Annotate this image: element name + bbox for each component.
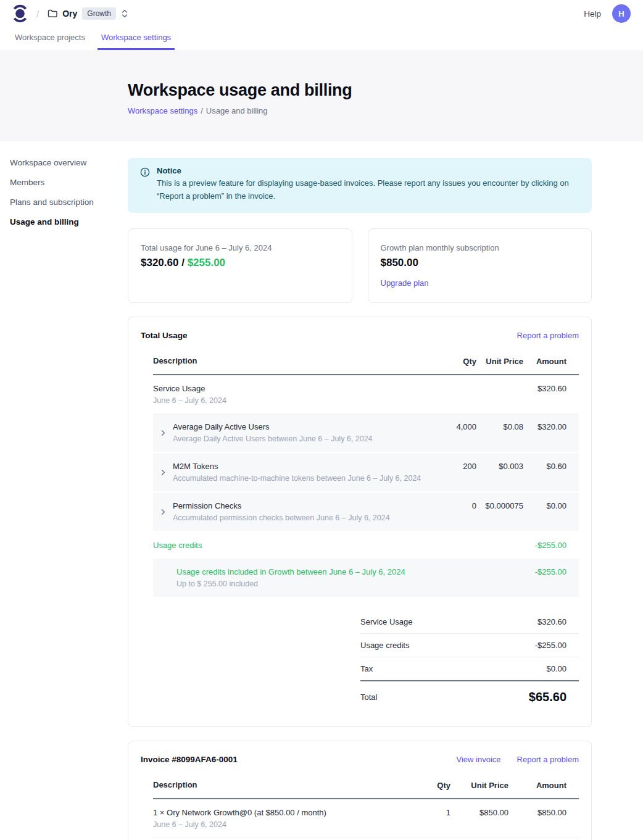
table-row: Usage credits-$255.00 [153, 532, 579, 559]
summary-label: Service Usage [360, 617, 413, 626]
row-subtitle: June 6 – July 6, 2024 [153, 820, 326, 830]
row-title: Service Usage [153, 383, 226, 394]
sidebar: Workspace overviewMembersPlans and subsc… [0, 158, 128, 840]
row-unit-price: $0.08 [476, 422, 523, 432]
row-subtitle: Up to $ 255.00 included [176, 580, 405, 589]
table-row[interactable]: Average Daily Active UsersAverage Daily … [153, 414, 579, 452]
usage-report-problem-link[interactable]: Report a problem [517, 331, 579, 340]
total-label: Total [360, 692, 377, 702]
table-header-row: DescriptionQtyUnit PriceAmount [153, 775, 579, 799]
table-header-row: DescriptionQtyUnit PriceAmount [153, 351, 579, 375]
avatar[interactable]: H [612, 4, 631, 23]
usage-table: DescriptionQtyUnit PriceAmountService Us… [153, 351, 579, 597]
row-description: Service UsageJune 6 – July 6, 2024 [153, 383, 428, 405]
summary-value: $0.00 [546, 664, 566, 673]
summary-value: -$255.00 [535, 641, 566, 650]
page: / Ory Growth Help H Workspace projectsWo… [0, 0, 643, 840]
row-qty: 0 [428, 501, 476, 511]
column-header-qty: Qty [413, 780, 450, 791]
row-unit-price: $0.003 [476, 461, 523, 472]
table-row: 1 × Ory Network Growth@0 (at $850.00 / m… [153, 799, 579, 838]
column-header-unit-price: Unit Price [450, 780, 508, 791]
total-usage-panel: Total Usage Report a problem Description… [128, 317, 592, 727]
usage-credit-limit: $255.00 [188, 257, 225, 268]
summary-row: Tax$0.00 [360, 657, 579, 681]
row-qty: 4,000 [428, 422, 476, 432]
app-header: / Ory Growth Help H [0, 0, 643, 27]
summary-value: $320.60 [537, 617, 566, 626]
row-unit-price: $850.00 [450, 807, 508, 818]
row-text: 1 × Ory Network Growth@0 (at $850.00 / m… [153, 807, 326, 830]
header-separator: / [36, 9, 39, 19]
chevron-right-icon[interactable] [160, 509, 167, 515]
row-title: 1 × Ory Network Growth@0 (at $850.00 / m… [153, 807, 326, 818]
chevron-right-icon[interactable] [160, 430, 167, 436]
sidebar-item-members[interactable]: Members [10, 178, 118, 187]
workspace-switcher[interactable]: Ory Growth [48, 7, 128, 20]
notice-banner: Notice This is a preview feature for dis… [128, 158, 592, 213]
hero-section: Workspace usage and billing Workspace se… [0, 50, 643, 141]
row-description: Usage credits included in Growth between… [160, 567, 428, 589]
row-description: Usage credits [153, 540, 428, 551]
row-subtitle: Accumulated permission checks between Ju… [173, 514, 390, 523]
column-header-unit-price: Unit Price [476, 356, 523, 367]
summary-label: Tax [360, 664, 373, 673]
total-usage-card: Total usage for June 6 – July 6, 2024 $3… [128, 228, 352, 303]
column-header-amount: Amount [523, 356, 566, 367]
page-title: Workspace usage and billing [128, 81, 643, 100]
table-row: Service UsageJune 6 – July 6, 2024$320.6… [153, 375, 579, 414]
column-header-description: Description [153, 356, 428, 365]
tab-workspace-settings[interactable]: Workspace settings [97, 27, 175, 50]
row-qty: 1 [413, 807, 450, 818]
usage-panel-title: Total Usage [141, 331, 188, 340]
chevron-right-icon[interactable] [160, 469, 167, 476]
breadcrumb-link[interactable]: Workspace settings [128, 106, 197, 115]
row-subtitle: Average Daily Active Users between June … [173, 435, 373, 444]
usage-card-value: $320.60 / $255.00 [141, 257, 339, 269]
breadcrumb-current: Usage and billing [206, 106, 268, 115]
help-link[interactable]: Help [584, 9, 601, 19]
usage-used: $320.60 [141, 257, 178, 268]
sidebar-item-workspace-overview[interactable]: Workspace overview [10, 158, 118, 167]
invoice-report-problem-link[interactable]: Report a problem [517, 755, 579, 764]
usage-card-label: Total usage for June 6 – July 6, 2024 [141, 243, 339, 252]
row-title: Usage credits [153, 540, 202, 551]
column-header-qty: Qty [428, 356, 476, 367]
row-amount: $850.00 [508, 807, 566, 818]
table-row[interactable]: Permission ChecksAccumulated permission … [153, 493, 579, 531]
row-unit-price: $0.000075 [476, 501, 523, 511]
invoice-table: DescriptionQtyUnit PriceAmount1 × Ory Ne… [153, 775, 579, 838]
notice-title: Notice [157, 166, 571, 175]
row-subtitle: June 6 – July 6, 2024 [153, 396, 226, 405]
plan-card-label: Growth plan monthly subscription [381, 243, 579, 252]
row-title: Usage credits included in Growth between… [176, 567, 405, 577]
column-header-description: Description [153, 780, 413, 789]
row-text: Service UsageJune 6 – July 6, 2024 [153, 383, 226, 405]
row-subtitle: Accumulated machine-to-machine tokens be… [173, 474, 421, 483]
ory-logo-icon[interactable] [12, 4, 28, 23]
view-invoice-link[interactable]: View invoice [457, 755, 501, 764]
row-amount: $0.60 [523, 461, 566, 472]
row-description: Permission ChecksAccumulated permission … [160, 501, 428, 523]
column-header-amount: Amount [508, 780, 566, 791]
chevron-updown-icon[interactable] [121, 9, 128, 19]
row-amount: -$255.00 [523, 540, 566, 551]
sidebar-item-usage-and-billing[interactable]: Usage and billing [10, 217, 118, 227]
upgrade-plan-link[interactable]: Upgrade plan [381, 278, 429, 288]
row-title: Permission Checks [173, 501, 390, 511]
sidebar-item-plans-and-subscription[interactable]: Plans and subscription [10, 198, 118, 207]
tab-workspace-projects[interactable]: Workspace projects [11, 27, 89, 50]
row-description: M2M TokensAccumulated machine-to-machine… [160, 461, 428, 483]
usage-separator: / [178, 257, 187, 268]
breadcrumb-separator: / [201, 106, 203, 115]
row-description: 1 × Ory Network Growth@0 (at $850.00 / m… [153, 807, 413, 830]
summary-row: Usage credits-$255.00 [360, 634, 579, 657]
row-text: Usage credits [153, 540, 202, 551]
breadcrumb: Workspace settings/Usage and billing [128, 106, 643, 115]
table-row[interactable]: M2M TokensAccumulated machine-to-machine… [153, 453, 579, 491]
workspace-name: Ory [62, 9, 77, 19]
row-amount: $320.60 [523, 383, 566, 394]
row-text: M2M TokensAccumulated machine-to-machine… [173, 461, 421, 483]
row-amount: -$255.00 [523, 567, 566, 577]
row-text: Permission ChecksAccumulated permission … [173, 501, 390, 523]
